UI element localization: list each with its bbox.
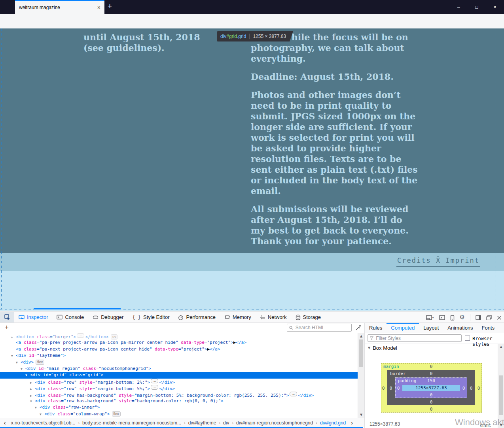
breadcrumb-item[interactable]: div#grid.grid bbox=[317, 420, 349, 426]
breadcrumb-item[interactable]: div#laytheme bbox=[186, 420, 219, 426]
eyedropper-icon[interactable] bbox=[355, 325, 361, 331]
search-html-input[interactable] bbox=[295, 324, 349, 331]
tool-tab-console[interactable]: Console bbox=[52, 312, 88, 322]
code-token: id bbox=[43, 372, 48, 377]
collapsed-content-icon[interactable]: … bbox=[290, 392, 297, 396]
padding-right-value[interactable]: 0 bbox=[462, 386, 465, 391]
collapsed-content-icon[interactable]: … bbox=[151, 385, 158, 390]
filter-styles-box[interactable] bbox=[368, 334, 462, 342]
toolbar-separator bbox=[470, 314, 470, 321]
browser-tab[interactable]: weltraum magazine × bbox=[15, 0, 104, 14]
close-window-button[interactable]: × bbox=[486, 0, 504, 14]
expand-open-icon[interactable]: ▼ bbox=[11, 353, 16, 359]
sidebar-tab-animations[interactable]: Animations bbox=[443, 323, 477, 333]
responsive-design-mode-icon[interactable]: ▾ bbox=[426, 315, 434, 320]
minimize-button[interactable]: − bbox=[449, 0, 468, 14]
code-token: class bbox=[48, 380, 61, 385]
box-model-header[interactable]: ▼ Box Model bbox=[365, 343, 504, 352]
element-picker-button[interactable] bbox=[0, 312, 14, 322]
border-right-value[interactable]: 0 bbox=[470, 386, 473, 391]
margin-right-value[interactable]: 0 bbox=[477, 386, 480, 391]
border-left-value[interactable]: 0 bbox=[390, 386, 392, 391]
markup-row[interactable]: ▼<div class="row has-background" style="… bbox=[0, 398, 358, 404]
device-icon[interactable] bbox=[450, 315, 455, 321]
filter-styles-input[interactable] bbox=[375, 335, 459, 341]
tool-tab-storage[interactable]: Storage bbox=[291, 312, 326, 322]
add-node-button[interactable]: + bbox=[5, 323, 9, 331]
flex-badge[interactable]: flex bbox=[112, 411, 121, 417]
markup-row[interactable]: ▶<div class="row" style="margin-bottom: … bbox=[0, 385, 358, 391]
padding-top-value[interactable]: 150 bbox=[427, 378, 435, 383]
sidebar-scrollbar-thumb[interactable] bbox=[499, 375, 503, 415]
collapsed-content-icon[interactable]: … bbox=[151, 379, 158, 383]
markup-row[interactable]: ▼<div class="row-inner"> bbox=[0, 404, 358, 411]
expand-open-icon[interactable]: ▼ bbox=[40, 411, 44, 418]
tool-tab-style-editor[interactable]: { }Style Editor bbox=[128, 312, 174, 322]
search-html-box[interactable] bbox=[287, 324, 352, 332]
code-token: > bbox=[205, 347, 207, 352]
code-token: ="project" bbox=[205, 340, 231, 345]
new-tab-button[interactable]: + bbox=[108, 2, 112, 11]
border-bottom-value[interactable]: 0 bbox=[430, 400, 433, 405]
margin-left-value[interactable]: 0 bbox=[382, 386, 385, 391]
sidebar-tab-fonts[interactable]: Fonts bbox=[477, 323, 499, 333]
credits-imprint-link[interactable]: Credits X̄ Imprint bbox=[396, 256, 480, 267]
markup-row[interactable]: <a class="pa-prev project-arrow pa-icon … bbox=[0, 339, 358, 346]
markup-row[interactable]: ▼<div id="main-region" class="nocustomph… bbox=[0, 366, 358, 372]
console-icon bbox=[57, 315, 63, 320]
markup-row[interactable]: ▶<button class="burger">…</button>ev bbox=[0, 333, 358, 339]
markup-row[interactable]: ▶<div class="row" style="margin-bottom: … bbox=[0, 379, 358, 385]
sidebar-scrollbar[interactable]: ▲ ▼ bbox=[498, 344, 504, 428]
markup-row[interactable]: ▼<div id="laytheme"> bbox=[0, 353, 358, 359]
breadcrumb-scroll-right-icon[interactable]: › bbox=[349, 420, 355, 426]
ev-badge[interactable]: ev bbox=[111, 334, 118, 339]
tool-tab-network[interactable]: Network bbox=[256, 312, 291, 322]
expand-open-icon[interactable]: ▼ bbox=[21, 366, 25, 372]
content-size-value[interactable]: 1255×3727.63 bbox=[415, 385, 447, 390]
settings-gear-icon[interactable]: ⚙ bbox=[460, 315, 465, 321]
sidebar-tab-rules[interactable]: Rules bbox=[365, 323, 387, 333]
expand-open-icon[interactable]: ▼ bbox=[25, 372, 30, 379]
markup-scrollbar-thumb[interactable] bbox=[359, 339, 363, 367]
separate-window-icon[interactable] bbox=[486, 315, 492, 320]
split-console-icon[interactable] bbox=[439, 315, 445, 320]
markup-row[interactable]: ▶<div class="row has-background" style="… bbox=[0, 392, 358, 398]
tool-tab-inspector[interactable]: Inspector bbox=[14, 312, 52, 322]
tool-tab-performance[interactable]: Performance bbox=[174, 312, 220, 322]
code-token: class bbox=[48, 386, 61, 391]
expand-open-icon[interactable]: ▼ bbox=[16, 360, 21, 366]
filter-funnel-icon bbox=[370, 336, 373, 340]
margin-top-value[interactable]: 0 bbox=[430, 364, 433, 369]
performance-icon bbox=[178, 315, 184, 320]
breadcrumb-item[interactable]: body.use-mobile-menu.mainregion-nocustom… bbox=[80, 420, 184, 426]
scroll-up-icon[interactable]: ▲ bbox=[358, 334, 364, 338]
scroll-down-icon[interactable]: ▼ bbox=[358, 413, 364, 417]
padding-bottom-value[interactable]: 0 bbox=[430, 392, 433, 398]
close-devtools-icon[interactable] bbox=[497, 315, 502, 320]
expand-open-icon[interactable]: ▼ bbox=[35, 405, 40, 411]
markup-row-selected[interactable]: ▼<div id="grid" class="grid"> bbox=[0, 372, 358, 378]
sidebar-tab-computed[interactable]: Computed bbox=[387, 323, 419, 333]
tool-tab-memory[interactable]: Memory bbox=[220, 312, 256, 322]
tool-tab-debugger[interactable]: Debugger bbox=[88, 312, 128, 322]
breadcrumb-item[interactable]: div#main-region.nocustomphonegrid bbox=[233, 420, 316, 426]
markup-scrollbar[interactable]: ▲ ▼ bbox=[358, 333, 364, 418]
markup-row[interactable]: ▼<div class="column-wrap">flex bbox=[0, 411, 358, 417]
tab-close-icon[interactable]: × bbox=[97, 5, 100, 10]
dock-side-icon[interactable] bbox=[476, 315, 481, 320]
markup-row[interactable]: <a class="pa-next project-arrow pa-icon … bbox=[0, 346, 358, 353]
sidebar-tab-layout[interactable]: Layout bbox=[419, 323, 443, 333]
breadcrumb-item[interactable]: div bbox=[220, 420, 232, 426]
markup-row[interactable]: ▼<div>flex bbox=[0, 359, 358, 366]
breadcrumb-scroll-left-icon[interactable]: ‹ bbox=[2, 420, 8, 426]
collapsed-content-icon[interactable]: … bbox=[77, 333, 84, 338]
maximize-button[interactable]: □ bbox=[468, 0, 486, 14]
scroll-up-icon[interactable]: ▲ bbox=[498, 345, 504, 349]
border-top-value[interactable]: 0 bbox=[430, 371, 433, 376]
breadcrumb-item[interactable]: x.no-touchevents.objectfit.ob... bbox=[8, 420, 78, 426]
margin-bottom-value[interactable]: 0 bbox=[430, 407, 433, 412]
expand-open-icon[interactable]: ▼ bbox=[30, 398, 35, 405]
padding-left-value[interactable]: 0 bbox=[397, 386, 400, 391]
flex-badge[interactable]: flex bbox=[36, 360, 44, 365]
browser-styles-checkbox[interactable] bbox=[465, 336, 470, 341]
